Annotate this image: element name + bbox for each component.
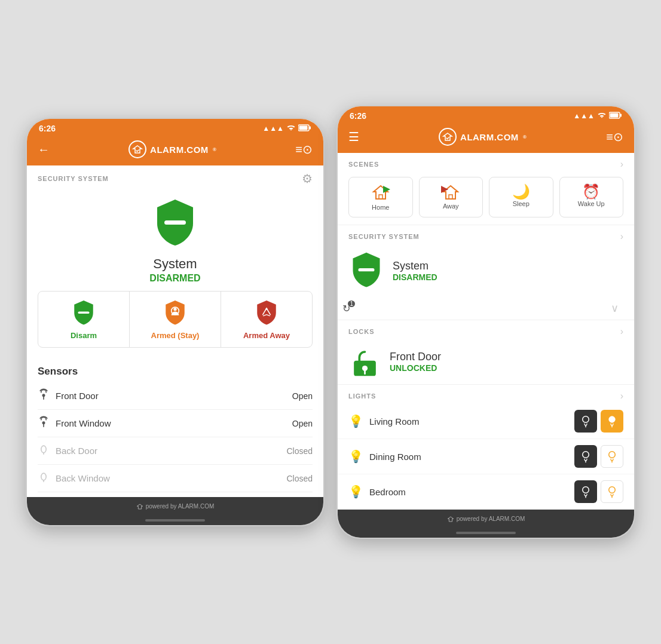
logo-left: ALARM.COM ® [128, 140, 216, 158]
light-name-dining: Dining Room [369, 452, 574, 462]
shield-disarmed [151, 197, 199, 250]
away-scene-label: Away [443, 203, 459, 210]
light-dining-room: 💡 Dining Room [338, 439, 634, 474]
wifi-icon-right [597, 112, 607, 121]
sensor-back-window-status: Closed [286, 474, 313, 483]
scenes-title: SCENES [348, 161, 379, 168]
system-name-left: System [38, 256, 313, 272]
system-status-left: DISARMED [38, 273, 313, 284]
light-btns-dining [574, 445, 623, 468]
sensor-front-window-status: Open [292, 419, 313, 428]
collapse-icon[interactable]: ∨ [611, 302, 619, 315]
svg-point-33 [609, 487, 616, 493]
svg-point-14 [41, 473, 46, 480]
time-left: 6:26 [39, 124, 56, 133]
armed-stay-button[interactable]: Armed (Stay) [130, 292, 221, 347]
system-name-right: System [393, 260, 437, 272]
light-off-living[interactable] [574, 410, 597, 433]
logo-icon-left [128, 140, 146, 158]
svg-rect-18 [620, 114, 622, 116]
locks-title: LOCKS [348, 328, 375, 335]
light-icon-dining: 💡 [348, 449, 363, 464]
signal-icon: ▲▲▲ [262, 124, 284, 133]
security-section-header: SECURITY SYSTEM › [338, 225, 634, 244]
sensor-back-window: Back Window Closed [38, 465, 313, 492]
scene-home[interactable]: Home [348, 177, 413, 217]
footer-right: powered by ALARM.COM [338, 510, 634, 528]
svg-point-7 [265, 308, 267, 310]
scene-wakeup[interactable]: ⏰ Wake Up [559, 177, 624, 217]
svg-point-31 [583, 487, 589, 493]
sensor-open-icon [38, 388, 50, 403]
away-scene-icon [441, 183, 460, 203]
lock-text: Front Door UNLOCKED [390, 351, 441, 373]
security-panel-left: SECURITY SYSTEM ⚙ System DISARMED [27, 165, 323, 361]
right-phone: 6:26 ▲▲▲ ☰ ALARM.COM ® ≡⊙ [336, 105, 635, 539]
armed-away-label: Armed Away [243, 331, 290, 340]
scenes-chevron[interactable]: › [620, 159, 623, 170]
svg-point-27 [583, 452, 589, 458]
sensor-closed-icon-2 [38, 471, 50, 486]
svg-rect-3 [164, 220, 186, 225]
locks-chevron[interactable]: › [620, 326, 623, 337]
security-chevron[interactable]: › [620, 231, 623, 242]
back-button[interactable]: ← [38, 143, 50, 157]
lock-icon [348, 345, 381, 378]
svg-point-12 [41, 446, 46, 453]
light-btns-living [574, 410, 623, 433]
light-off-bedroom[interactable] [574, 480, 597, 503]
status-bar-left: 6:26 ▲▲▲ [27, 119, 323, 136]
scene-away[interactable]: Away [419, 177, 483, 217]
battery-icon [298, 124, 311, 133]
sensor-closed-icon [38, 443, 50, 458]
logo-icon-right [439, 128, 457, 146]
status-bar-right: 6:26 ▲▲▲ [338, 106, 634, 123]
sensor-front-window-name: Front Window [56, 418, 111, 428]
refresh-icon[interactable]: ↻1 [342, 303, 350, 314]
svg-point-23 [583, 416, 589, 423]
svg-point-6 [173, 308, 176, 311]
locks-section-header: LOCKS › [338, 320, 634, 339]
hamburger-button[interactable]: ☰ [348, 130, 359, 144]
security-text-right: System DISARMED [393, 260, 437, 282]
sensors-title: Sensors [38, 366, 313, 378]
footer-text-right: powered by ALARM.COM [457, 516, 525, 522]
logo-text-left: ALARM.COM [150, 145, 209, 155]
light-name-living: Living Room [369, 416, 574, 427]
sensor-open-icon-2 [38, 416, 50, 431]
action-button-right[interactable]: ≡⊙ [606, 130, 623, 144]
light-on-living[interactable] [601, 410, 623, 433]
security-title-right: SECURITY SYSTEM [348, 233, 420, 240]
sensors-section: Sensors Front Door Open [27, 361, 323, 497]
footer-text-left: powered by ALARM.COM [146, 503, 215, 510]
light-living-room: 💡 Living Room [338, 404, 634, 439]
system-status-right: DISARMED [393, 272, 437, 282]
svg-rect-1 [299, 125, 308, 130]
disarm-label: Disarm [71, 331, 97, 340]
battery-icon-right [609, 112, 622, 121]
light-on-bedroom[interactable] [601, 480, 623, 503]
lock-name: Front Door [390, 351, 441, 363]
scene-sleep[interactable]: 🌙 Sleep [489, 177, 553, 217]
shield-icon-right [348, 250, 384, 291]
svg-point-21 [362, 366, 368, 371]
menu-button-left[interactable]: ≡⊙ [295, 142, 313, 157]
home-scene-label: Home [372, 204, 389, 211]
header-left: ← ALARM.COM ® ≡⊙ [27, 136, 323, 165]
signal-icon-right: ▲▲▲ [573, 112, 595, 120]
wifi-icon [286, 124, 296, 133]
controls-row: Disarm Armed (Stay) [38, 291, 313, 348]
content-right: SCENES › Home [338, 153, 634, 510]
lock-row: Front Door UNLOCKED [338, 339, 634, 384]
light-btns-bedroom [574, 480, 623, 503]
light-off-dining[interactable] [574, 445, 597, 468]
gear-icon[interactable]: ⚙ [302, 171, 313, 186]
disarm-button[interactable]: Disarm [38, 292, 130, 347]
svg-point-25 [609, 416, 616, 423]
lock-status: UNLOCKED [390, 363, 441, 373]
armed-away-button[interactable]: Armed Away [221, 292, 312, 347]
lights-chevron[interactable]: › [620, 391, 623, 401]
sensor-back-door-name: Back Door [56, 446, 97, 456]
light-on-dining[interactable] [601, 445, 623, 468]
section-title-security: SECURITY SYSTEM [38, 175, 109, 182]
